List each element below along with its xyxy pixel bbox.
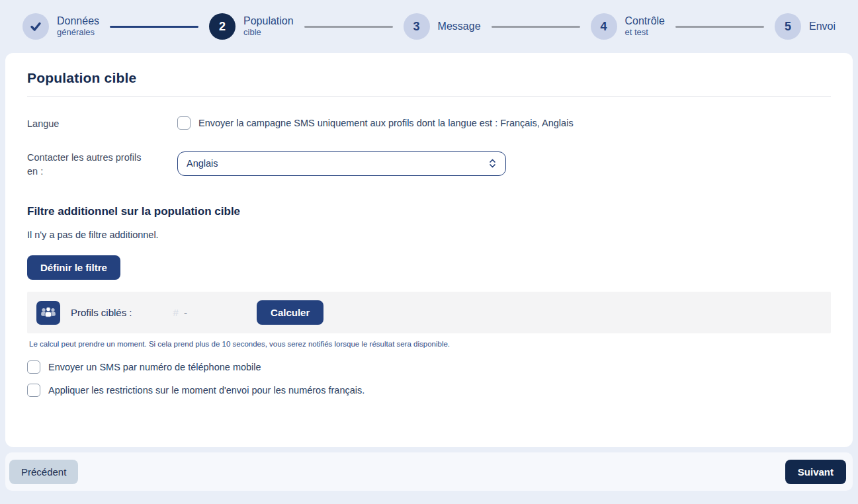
stepper-connector <box>110 26 198 28</box>
step-circle: 5 <box>775 13 801 40</box>
step-current-circle: 2 <box>209 13 236 40</box>
profiles-group-icon <box>36 301 60 325</box>
step-circle: 3 <box>404 13 430 40</box>
language-option: Envoyer la campagne SMS uniquement aux p… <box>177 114 574 131</box>
checkmark-icon <box>28 19 43 34</box>
count-placeholder-hash: # <box>173 307 179 318</box>
stepper-step-envoi[interactable]: 5 Envoi <box>775 13 836 40</box>
sms-by-mobile-label: Envoyer un SMS par numéro de téléphone m… <box>48 362 261 372</box>
step-subtitle: et test <box>625 28 665 38</box>
language-label: Langue <box>27 114 177 131</box>
step-title: Contrôle <box>625 15 665 27</box>
step-subtitle: cible <box>243 28 294 38</box>
count-placeholder-dash: - <box>184 307 187 318</box>
contact-language-select[interactable]: Anglais <box>177 151 506 176</box>
step-label: Population cible <box>243 15 294 37</box>
step-number: 3 <box>413 20 420 34</box>
stepper-step-controle-et-test[interactable]: 4 Contrôle et test <box>591 13 665 40</box>
targeted-profiles-bar: Profils ciblés : # - Calculer <box>27 292 831 333</box>
stepper-step-donnees-generales[interactable]: Données générales <box>22 13 99 40</box>
title-divider <box>27 96 831 97</box>
step-circle: 4 <box>591 13 617 40</box>
step-label: Message <box>438 21 481 32</box>
step-number: 2 <box>219 20 226 34</box>
language-checkbox-label: Envoyer la campagne SMS uniquement aux p… <box>198 118 574 128</box>
sms-by-mobile-option: Envoyer un SMS par numéro de téléphone m… <box>27 360 831 374</box>
selected-language-value: Anglais <box>187 158 218 169</box>
french-restrictions-label: Appliquer les restrictions sur le moment… <box>48 385 365 396</box>
step-number: 5 <box>785 20 791 34</box>
select-updown-chevron-icon <box>488 157 497 169</box>
wizard-stepper: Données générales 2 Population cible 3 M… <box>0 0 858 53</box>
stepper-connector <box>304 26 393 28</box>
no-filter-text: Il n'y a pas de filtre additionnel. <box>27 230 831 240</box>
step-title: Message <box>438 21 481 32</box>
wizard-footer: Précédent Suivant <box>5 452 853 491</box>
step-label: Contrôle et test <box>625 15 665 37</box>
next-button[interactable]: Suivant <box>785 460 846 484</box>
stepper-connector <box>675 26 764 28</box>
define-filter-button[interactable]: Définir le filtre <box>27 255 120 280</box>
stepper-connector <box>492 26 580 28</box>
language-checkbox[interactable] <box>177 116 191 130</box>
step-number: 4 <box>600 20 607 34</box>
targeted-profiles-count: # - <box>173 307 188 318</box>
step-subtitle: générales <box>57 28 99 38</box>
page-title: Population cible <box>27 70 831 86</box>
contact-language-row: Contacter les autres profils en : Anglai… <box>27 148 831 179</box>
step-title: Population <box>243 15 294 27</box>
contact-language-label: Contacter les autres profils en : <box>27 148 153 179</box>
stepper-step-message[interactable]: 3 Message <box>404 13 481 40</box>
main-panel: Population cible Langue Envoyer la campa… <box>5 53 853 447</box>
calculate-button[interactable]: Calculer <box>257 300 323 325</box>
step-title: Données <box>57 15 99 27</box>
people-icon <box>40 306 56 319</box>
french-restrictions-checkbox[interactable] <box>27 384 40 397</box>
step-label: Données générales <box>57 15 99 37</box>
contact-language-control: Anglais <box>177 148 506 179</box>
language-row: Langue Envoyer la campagne SMS uniquemen… <box>27 114 831 131</box>
targeted-profiles-label: Profils ciblés : <box>71 307 132 318</box>
french-restrictions-option: Appliquer les restrictions sur le moment… <box>27 384 831 397</box>
step-done-circle <box>22 13 49 40</box>
step-label: Envoi <box>809 21 836 32</box>
sms-by-mobile-checkbox[interactable] <box>27 360 40 374</box>
calculation-note: Le calcul peut prendre un moment. Si cel… <box>29 340 831 348</box>
previous-button[interactable]: Précédent <box>9 460 78 484</box>
additional-filter-heading: Filtre additionnel sur la population cib… <box>27 205 831 218</box>
step-title: Envoi <box>809 21 836 32</box>
stepper-step-population-cible[interactable]: 2 Population cible <box>209 13 294 40</box>
